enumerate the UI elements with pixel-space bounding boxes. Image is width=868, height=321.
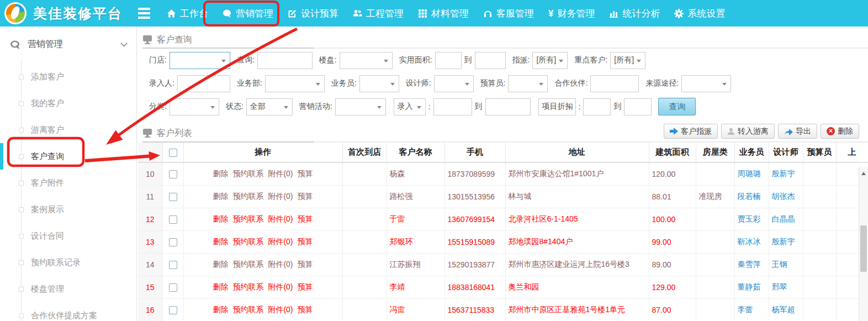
row-checkbox[interactable] <box>169 306 177 314</box>
salesman-link[interactable]: 李蕾 <box>738 305 753 314</box>
budgeter-select[interactable] <box>508 75 548 92</box>
row-action-link[interactable]: 预约联系 <box>232 260 263 269</box>
row-action-link[interactable]: 删除 <box>213 237 229 246</box>
date-to-input[interactable] <box>485 98 531 115</box>
nav-item-engineering[interactable]: 工程管理 <box>353 7 404 20</box>
sidebar-item-appointment-records[interactable]: 预约联系记录 <box>0 249 136 276</box>
campaign-select[interactable] <box>335 98 386 115</box>
row-action-link[interactable]: 附件(0) <box>268 192 293 201</box>
move-to-free-button[interactable]: 转入游离 <box>721 124 775 139</box>
sidebar-item-my-customers[interactable]: 我的客户 <box>0 90 136 117</box>
row-action-link[interactable]: 删除 <box>213 169 229 178</box>
sidebar-item-customer-query[interactable]: 客户查询 <box>0 143 136 170</box>
row-action-link[interactable]: 预算 <box>297 192 313 201</box>
row-action-link[interactable]: 预算 <box>297 282 313 291</box>
scrollbar-up-arrow[interactable] <box>859 167 868 176</box>
salesman-link[interactable]: 段若楠 <box>738 192 761 201</box>
designer-link[interactable]: 王钢 <box>772 260 787 269</box>
row-action-link[interactable]: 附件(0) <box>268 305 293 314</box>
search-button[interactable]: 查询 <box>658 98 696 115</box>
row-action-link[interactable]: 附件(0) <box>268 282 293 291</box>
partner-input[interactable] <box>590 75 639 92</box>
row-action-link[interactable]: 预算 <box>297 237 313 246</box>
row-action-link[interactable]: 附件(0) <box>268 260 293 269</box>
usable-area-from-input[interactable] <box>435 52 462 69</box>
usable-area-to-input[interactable] <box>475 52 506 69</box>
row-action-link[interactable]: 预约联系 <box>232 169 263 178</box>
nav-item-marketing[interactable]: 营销管理 <box>223 7 273 20</box>
assign-select[interactable]: [所有] <box>532 52 568 69</box>
entry-person-input[interactable] <box>177 75 230 92</box>
row-action-link[interactable]: 删除 <box>213 214 229 223</box>
row-checkbox[interactable] <box>169 283 177 292</box>
table-scrollbar[interactable] <box>859 167 868 321</box>
category-select[interactable] <box>170 98 219 115</box>
row-action-link[interactable]: 预约联系 <box>232 282 263 291</box>
row-action-link[interactable]: 预约联系 <box>232 305 263 314</box>
row-checkbox[interactable] <box>169 215 177 224</box>
designer-select[interactable] <box>434 75 474 92</box>
sidebar-item-add-customer[interactable]: 添加客户 <box>0 64 136 90</box>
row-action-link[interactable]: 预算 <box>297 305 313 314</box>
nav-item-workbench[interactable]: 工作台 <box>167 7 208 20</box>
export-button[interactable]: 导出 <box>778 124 817 139</box>
scrollbar-thumb[interactable] <box>860 225 867 272</box>
row-action-link[interactable]: 预算 <box>297 214 313 223</box>
salesman-link[interactable]: 贾玉彩 <box>738 214 761 223</box>
designer-link[interactable]: 邢翠 <box>772 282 787 291</box>
discount-select[interactable]: 项目折扣 <box>538 98 576 115</box>
sales-dept-select[interactable] <box>265 75 325 92</box>
row-action-link[interactable]: 附件(0) <box>268 237 293 246</box>
row-action-link[interactable]: 预算 <box>297 169 313 178</box>
sidebar-item-case-showcase[interactable]: 案例展示 <box>0 196 136 223</box>
row-action-link[interactable]: 预约联系 <box>232 237 263 246</box>
designer-link[interactable]: 白晶晶 <box>772 214 795 223</box>
row-checkbox[interactable] <box>169 261 177 269</box>
select-all-checkbox[interactable] <box>169 149 177 157</box>
salesman-select[interactable] <box>359 75 399 92</box>
salesman-link[interactable]: 靳冰冰 <box>738 237 761 246</box>
store-select[interactable] <box>170 52 230 69</box>
date-type-select[interactable]: 录入 <box>394 98 426 115</box>
salesman-link[interactable]: 周璐璐 <box>738 169 761 178</box>
row-action-link[interactable]: 删除 <box>213 260 229 269</box>
nav-item-settings[interactable]: 系统设置 <box>674 7 725 20</box>
row-action-link[interactable]: 预约联系 <box>232 214 263 223</box>
discount-from-input[interactable] <box>583 98 611 115</box>
salesman-link[interactable]: 董静茹 <box>738 282 761 291</box>
sidebar-item-free-customers[interactable]: 游离客户 <box>0 117 136 143</box>
salesman-link[interactable]: 秦雪萍 <box>738 260 761 269</box>
row-action-link[interactable]: 附件(0) <box>268 214 293 223</box>
row-action-link[interactable]: 预算 <box>297 260 313 269</box>
row-action-link[interactable]: 删除 <box>213 192 229 201</box>
discount-to-input[interactable] <box>624 98 652 115</box>
building-select[interactable] <box>340 52 393 69</box>
row-action-link[interactable]: 删除 <box>213 305 229 314</box>
row-checkbox[interactable] <box>169 238 177 246</box>
source-select[interactable] <box>681 75 731 92</box>
row-checkbox[interactable] <box>169 170 177 178</box>
row-checkbox[interactable] <box>169 193 177 201</box>
row-action-link[interactable]: 删除 <box>213 282 229 291</box>
hamburger-menu-icon[interactable] <box>138 8 150 19</box>
assign-customer-button[interactable]: 客户指派 <box>664 124 718 139</box>
status-select[interactable]: 全部 <box>246 98 293 115</box>
sidebar-item-partner-commission[interactable]: 合作伙伴提成方案 <box>0 302 136 321</box>
nav-item-design-budget[interactable]: 设计预算 <box>288 7 338 20</box>
date-from-input[interactable] <box>433 98 472 115</box>
keyword-input[interactable] <box>257 52 313 69</box>
sidebar-section-marketing[interactable]: 营销管理 <box>0 27 136 57</box>
nav-item-finance[interactable]: ¥ 财务管理 <box>548 7 595 20</box>
row-action-link[interactable]: 附件(0) <box>268 169 293 178</box>
nav-item-customer-service[interactable]: 客服管理 <box>483 7 534 20</box>
sidebar-item-design-contract[interactable]: 设计合同 <box>0 223 136 249</box>
designer-link[interactable]: 殷新宇 <box>772 237 795 246</box>
row-action-link[interactable]: 预约联系 <box>232 192 263 201</box>
designer-link[interactable]: 殷新宇 <box>772 169 795 178</box>
designer-link[interactable]: 胡张杰 <box>772 192 795 201</box>
key-customer-select[interactable]: [所有] <box>610 52 645 69</box>
nav-item-statistics[interactable]: 统计分析 <box>609 7 660 20</box>
delete-button[interactable]: × 删除 <box>821 124 859 139</box>
nav-item-materials[interactable]: 材料管理 <box>418 7 469 20</box>
sidebar-item-building-management[interactable]: 楼盘管理 <box>0 276 136 302</box>
